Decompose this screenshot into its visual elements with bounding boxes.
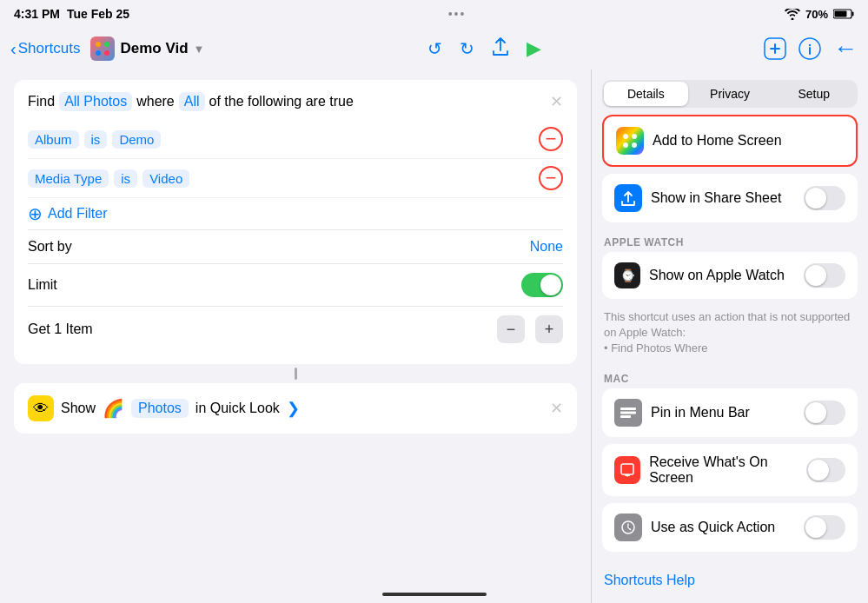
right-section-mac: Pin in Menu Bar Receive What's On Screen <box>592 388 868 552</box>
shortcut-icon <box>90 36 115 61</box>
show-block: 👁 Show 🌈 Photos in Quick Look ❯ ✕ <box>14 383 577 434</box>
share-sheet-toggle[interactable] <box>804 186 845 210</box>
find-close[interactable]: ✕ <box>550 92 563 111</box>
photos-text[interactable]: Photos <box>131 399 189 418</box>
filter-is2-label[interactable]: is <box>114 169 137 188</box>
pin-menu-bar-left: Pin in Menu Bar <box>614 399 750 427</box>
filter-mediatype-label[interactable]: Media Type <box>28 169 109 188</box>
svg-point-13 <box>632 142 637 148</box>
wifi-icon <box>785 9 800 20</box>
stepper-minus[interactable]: − <box>497 315 525 343</box>
find-block-header: Find All Photos where All of the followi… <box>28 92 563 111</box>
photos-inline-icon: 🌈 <box>103 398 124 419</box>
svg-rect-16 <box>620 415 631 418</box>
svg-point-11 <box>632 134 637 139</box>
svg-point-4 <box>104 42 109 47</box>
back-button[interactable]: ‹ Shortcuts <box>10 39 80 59</box>
svg-rect-15 <box>620 411 636 414</box>
main-layout: Find All Photos where All of the followi… <box>0 70 868 603</box>
tab-setup[interactable]: Setup <box>772 82 856 106</box>
home-screen-icon <box>616 127 644 155</box>
tab-details[interactable]: Details <box>604 82 688 106</box>
add-home-screen-item[interactable]: ➤ Add to Home Screen <box>602 115 858 167</box>
pin-menu-bar-item[interactable]: Pin in Menu Bar <box>602 388 858 437</box>
share-sheet-item[interactable]: Show in Share Sheet <box>602 174 858 222</box>
receive-screen-icon <box>614 456 640 484</box>
pin-menu-bar-toggle[interactable] <box>804 401 845 425</box>
sort-row: Sort by None <box>28 229 563 263</box>
filter-video-label[interactable]: Video <box>142 169 189 188</box>
title-chevron[interactable]: ▼ <box>194 43 205 56</box>
tab-privacy[interactable]: Privacy <box>688 82 772 106</box>
limit-toggle[interactable] <box>521 273 563 297</box>
nav-left: ‹ Shortcuts Demo Vid ▼ <box>10 36 204 61</box>
show-text: Show <box>61 401 96 416</box>
quick-action-left: Use as Quick Action <box>614 514 775 541</box>
filter-album-label[interactable]: Album <box>28 130 79 149</box>
svg-rect-17 <box>621 464 633 474</box>
quick-action-toggle[interactable] <box>804 515 845 540</box>
nav-title: Demo Vid ▼ <box>90 36 204 61</box>
svg-point-6 <box>104 50 109 56</box>
stepper: − + <box>497 315 563 343</box>
add-filter-icon: ⊕ <box>28 203 43 224</box>
limit-label: Limit <box>28 277 57 293</box>
add-shortcut-icon[interactable] <box>764 37 786 60</box>
apple-watch-icon: ⌚ <box>614 262 640 288</box>
segmented-control: Details Privacy Setup <box>602 80 858 108</box>
nav-bar: ‹ Shortcuts Demo Vid ▼ ↺ ↻ ▶ <box>0 28 868 70</box>
large-back-arrow[interactable]: ← <box>833 35 858 63</box>
receive-screen-item[interactable]: Receive What's On Screen <box>602 444 858 496</box>
remove-filter-0[interactable]: − <box>539 127 563 151</box>
status-bar: 4:31 PM Tue Feb 25 ••• 70% <box>0 0 868 28</box>
quick-action-item[interactable]: Use as Quick Action <box>602 503 858 552</box>
share-sheet-icon <box>614 184 642 212</box>
redo-button[interactable]: ↻ <box>460 38 474 59</box>
show-on-watch-item[interactable]: ⌚ Show on Apple Watch <box>602 252 858 299</box>
find-action-text: Find All Photos where All of the followi… <box>28 92 354 111</box>
chevron-right-icon[interactable]: ❯ <box>287 399 300 418</box>
show-on-watch-toggle[interactable] <box>804 263 845 288</box>
quick-action-icon <box>614 514 642 541</box>
sort-value[interactable]: None <box>530 239 563 255</box>
status-time: 4:31 PM <box>14 7 60 21</box>
find-block: Find All Photos where All of the followi… <box>14 80 577 364</box>
right-section-watch: ⌚ Show on Apple Watch <box>592 252 868 299</box>
add-home-screen-left: Add to Home Screen <box>616 127 782 155</box>
battery-label: 70% <box>805 8 828 21</box>
remove-filter-1[interactable]: − <box>539 166 563 190</box>
quick-action-label: Use as Quick Action <box>651 520 775 535</box>
info-icon[interactable] <box>798 37 821 60</box>
filter-row-1: Media Type is Video − <box>28 159 563 198</box>
battery-icon <box>833 9 854 19</box>
svg-rect-1 <box>851 12 853 17</box>
receive-screen-toggle[interactable] <box>806 458 845 482</box>
shortcut-title: Demo Vid <box>120 40 188 57</box>
apple-watch-section-header: APPLE WATCH <box>592 229 868 252</box>
filter-is-label[interactable]: is <box>84 130 108 149</box>
add-filter-row[interactable]: ⊕ Add Filter <box>28 198 563 229</box>
suffix-label: of the following are true <box>209 94 354 109</box>
sort-label: Sort by <box>28 239 72 255</box>
undo-button[interactable]: ↺ <box>427 38 442 59</box>
show-on-watch-left: ⌚ Show on Apple Watch <box>614 262 785 288</box>
filter-tokens-1: Media Type is Video <box>28 169 189 188</box>
shortcuts-help-link[interactable]: Shortcuts Help <box>592 559 868 602</box>
add-filter-label: Add Filter <box>48 206 107 222</box>
where-label: where <box>136 94 175 109</box>
show-block-icon: 👁 <box>28 395 54 421</box>
all-token[interactable]: All <box>179 92 205 111</box>
all-photos-token[interactable]: All Photos <box>59 92 132 111</box>
svg-point-9 <box>809 44 811 46</box>
svg-rect-14 <box>620 408 636 410</box>
stepper-plus[interactable]: + <box>535 315 563 343</box>
share-sheet-left: Show in Share Sheet <box>614 184 781 212</box>
run-button[interactable]: ▶ <box>527 37 541 60</box>
show-close[interactable]: ✕ <box>550 399 563 418</box>
home-screen-label: Add to Home Screen <box>653 133 782 149</box>
apple-watch-note: This shortcut uses an action that is not… <box>592 306 868 366</box>
svg-rect-2 <box>834 11 846 17</box>
share-button[interactable] <box>492 37 509 61</box>
show-on-watch-label: Show on Apple Watch <box>649 268 785 283</box>
filter-demo-label[interactable]: Demo <box>112 130 161 149</box>
